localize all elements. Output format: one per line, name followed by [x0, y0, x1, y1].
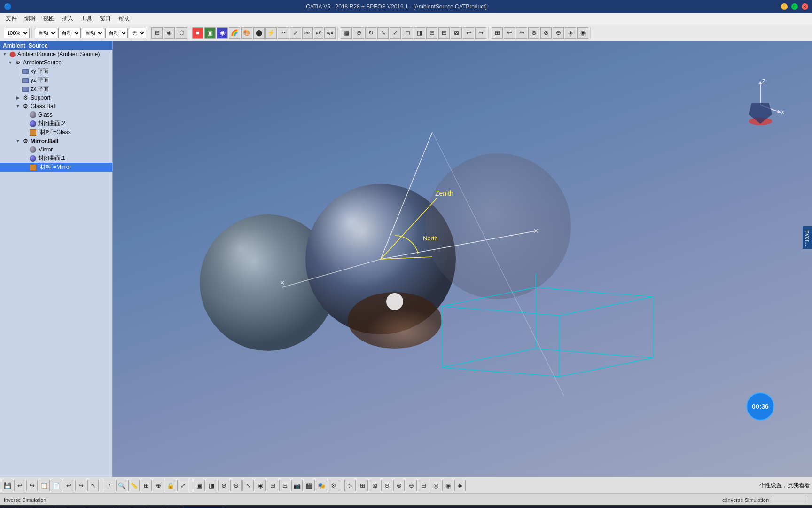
tree-item-closed-surface-1[interactable]: 封闭曲面.1 [0, 154, 112, 163]
search-button[interactable]: 🔍 [116, 480, 127, 491]
sim-btn-2[interactable]: ⊞ [357, 480, 368, 491]
undo2-button[interactable]: ↩ [63, 480, 74, 491]
tree-item-closed-surface-2[interactable]: 封闭曲面.2 [0, 119, 112, 128]
maximize-button[interactable]: □ [791, 3, 798, 10]
fit-btn-3[interactable]: ⬡ [176, 27, 187, 39]
nav-btn-6[interactable]: ⊖ [553, 27, 564, 39]
menu-edit[interactable]: 编辑 [21, 14, 39, 24]
sim-btn-6[interactable]: ⊖ [406, 480, 417, 491]
sim-btn-4[interactable]: ⊕ [381, 480, 392, 491]
nav-btn-2[interactable]: ↩ [504, 27, 515, 39]
tree-item-material-glass[interactable]: `材料`=Glass [0, 128, 112, 137]
zoom-area-btn[interactable]: ⤡ [242, 480, 254, 491]
view-btn-5[interactable]: ⤢ [390, 27, 401, 39]
mode-select-2[interactable]: 自动 [58, 28, 81, 38]
ies-label[interactable]: ies [302, 27, 313, 39]
mode-select-4[interactable]: 自动 [105, 28, 128, 38]
nav-btn-3[interactable]: ↪ [516, 27, 527, 39]
multi-view-btn[interactable]: ⊞ [267, 480, 278, 491]
tree-item-ambient-source-node[interactable]: ▼ ⚙ AmbientSource [0, 58, 112, 67]
cursor-button[interactable]: ↖ [87, 480, 99, 491]
render-btn-1[interactable]: ■ [192, 27, 203, 39]
sim-btn-10[interactable]: ◈ [454, 480, 466, 491]
tools-btn-2[interactable]: ⚙ [328, 480, 339, 491]
menu-help[interactable]: 帮助 [115, 14, 133, 24]
menu-view[interactable]: 视图 [39, 14, 58, 24]
tree-item-ambient-source-product[interactable]: ▼ ⬤ AmbientSource (AmbientSource) [0, 50, 112, 58]
mode-select-1[interactable]: 自动 [35, 28, 57, 38]
sim-btn-8[interactable]: ◎ [430, 480, 441, 491]
menu-file[interactable]: 文件 [2, 14, 21, 24]
video-btn[interactable]: 🎬 [304, 480, 315, 491]
menu-tools[interactable]: 工具 [77, 14, 96, 24]
render-btn-7[interactable]: ⚡ [265, 27, 277, 39]
view-btn-12[interactable]: ↪ [475, 27, 486, 39]
close-button[interactable]: ✕ [802, 3, 808, 10]
lock-button[interactable]: 🔒 [165, 480, 176, 491]
tree-item-xy-plane[interactable]: xy 平面 [0, 67, 112, 76]
zoom-out-btn[interactable]: ⊖ [230, 480, 242, 491]
mode-select-5[interactable]: 无 [129, 28, 146, 38]
tree-item-support[interactable]: ▶ ⚙ Support [0, 94, 112, 102]
nav-btn-5[interactable]: ⊗ [540, 27, 552, 39]
render-btn-3[interactable]: ◉ [217, 27, 228, 39]
tree-item-material-mirror[interactable]: `材料`=Mirror [0, 163, 112, 172]
view-btn-11[interactable]: ↩ [463, 27, 474, 39]
nav-btn-4[interactable]: ⊕ [528, 27, 539, 39]
undo-button[interactable]: ↩ [14, 480, 25, 491]
redo-button[interactable]: ↪ [26, 480, 38, 491]
formula-button[interactable]: ƒ [104, 480, 115, 491]
render-btn-6[interactable]: ⬤ [253, 27, 265, 39]
tree-item-zx-plane[interactable]: zx 平面 [0, 85, 112, 94]
nav-btn-1[interactable]: ⊞ [492, 27, 503, 39]
view-btn-8[interactable]: ⊞ [426, 27, 437, 39]
fit-btn-2[interactable]: ◈ [164, 27, 175, 39]
render-btn-5[interactable]: 🎨 [241, 27, 252, 39]
scene-btn[interactable]: 🎭 [316, 480, 327, 491]
render-btn-4[interactable]: 🌈 [229, 27, 240, 39]
redo2-button[interactable]: ↪ [75, 480, 86, 491]
save-button[interactable]: 💾 [2, 480, 13, 491]
tree-item-mirror[interactable]: Mirror [0, 145, 112, 154]
sim-btn-7[interactable]: ⊟ [418, 480, 429, 491]
mode-select-3[interactable]: 自动 [82, 28, 104, 38]
fit-all-button[interactable]: ⊞ [151, 27, 163, 39]
render-btn-8[interactable]: 〰 [278, 27, 289, 39]
zoom-in-btn[interactable]: ⊕ [218, 480, 229, 491]
copy-button[interactable]: 📋 [39, 480, 50, 491]
menu-window[interactable]: 窗口 [96, 14, 115, 24]
view-btn-1[interactable]: ▦ [341, 27, 352, 39]
ldt-label[interactable]: ldt [314, 27, 324, 39]
tree-item-yz-plane[interactable]: yz 平面 [0, 76, 112, 85]
render-btn-9[interactable]: ⤢ [290, 27, 301, 39]
view-btn-9[interactable]: ⊟ [438, 27, 450, 39]
view-btn-6[interactable]: ◻ [402, 27, 413, 39]
view-side[interactable]: ◨ [206, 480, 217, 491]
expand-button[interactable]: ⤢ [177, 480, 188, 491]
snap-button[interactable]: ⊕ [153, 480, 164, 491]
camera-btn[interactable]: 📷 [291, 480, 303, 491]
sim-btn-3[interactable]: ⊠ [369, 480, 380, 491]
menu-insert[interactable]: 插入 [58, 14, 77, 24]
tree-item-glass-ball[interactable]: ▼ ⚙ Glass.Ball [0, 102, 112, 111]
measure-button[interactable]: 📏 [128, 480, 140, 491]
tree-item-mirror-ball[interactable]: ▼ ⚙ Mirror.Ball [0, 137, 112, 145]
sim-btn-9[interactable]: ◉ [442, 480, 453, 491]
3d-viewport[interactable]: ✕ ✕ Zenith North Z [113, 41, 812, 477]
opt-label[interactable]: opt [324, 27, 336, 39]
nav-btn-7[interactable]: ◈ [565, 27, 576, 39]
paste-button[interactable]: 📄 [51, 480, 62, 491]
render-preview[interactable]: ◉ [255, 480, 266, 491]
view-btn-7[interactable]: ◨ [414, 27, 425, 39]
view-btn-2[interactable]: ⊕ [353, 27, 364, 39]
nav-btn-8[interactable]: ◉ [577, 27, 588, 39]
sim-btn-1[interactable]: ▷ [344, 480, 356, 491]
sim-btn-5[interactable]: ⊗ [393, 480, 405, 491]
view-btn-3[interactable]: ↻ [365, 27, 376, 39]
view-btn-10[interactable]: ⊠ [451, 27, 462, 39]
view-btn-4[interactable]: ⤡ [377, 27, 389, 39]
render-btn-2[interactable]: ▣ [204, 27, 216, 39]
zoom-select[interactable]: 100%50%200% [4, 28, 30, 38]
grid-button[interactable]: ⊞ [141, 480, 152, 491]
section-btn[interactable]: ⊟ [279, 480, 290, 491]
